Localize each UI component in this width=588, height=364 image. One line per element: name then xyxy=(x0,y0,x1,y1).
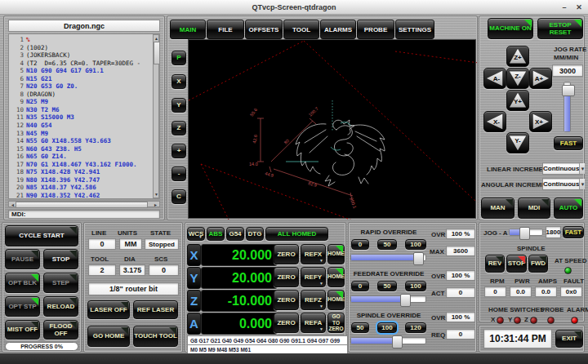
mist-button[interactable]: MIST OFF xyxy=(5,320,40,340)
manual-mode-button[interactable]: MAN xyxy=(481,198,514,219)
gcode-line[interactable]: 10N30 T2 M6 xyxy=(11,106,151,114)
jog-z-minus-button[interactable]: Z- xyxy=(506,68,529,89)
zoom-out-button[interactable]: - xyxy=(172,166,186,181)
jog-a-value[interactable]: 1800 xyxy=(546,226,561,238)
ref-a-button[interactable]: REFA▼ xyxy=(301,313,326,333)
jog-z-plus-button[interactable]: Z+ xyxy=(506,46,529,67)
jog-x-plus-button[interactable]: X+ xyxy=(529,111,552,132)
clear-view-button[interactable]: C xyxy=(172,189,186,204)
dtg-button[interactable]: DTG xyxy=(246,227,264,241)
axis-z-button[interactable]: Z xyxy=(187,290,201,312)
home-y-button[interactable]: HOME xyxy=(327,267,345,287)
ref-x-button[interactable]: REFX▼ xyxy=(301,244,326,264)
rapid-0-button[interactable]: 0 xyxy=(351,239,369,250)
spindle-rev-button[interactable]: REV xyxy=(485,255,505,273)
gcode-line[interactable]: 20N85 X148.37 Y42.586 xyxy=(11,184,151,192)
gcode-line[interactable]: 8(DRAGON) xyxy=(11,91,151,99)
tab-tool[interactable]: TOOL xyxy=(283,20,319,39)
scroll-down-icon[interactable]: ▼ xyxy=(154,192,158,197)
step-button[interactable]: STEP xyxy=(43,273,78,293)
zero-a-button[interactable]: ZERO xyxy=(274,313,299,333)
slider-handle[interactable] xyxy=(413,252,424,265)
ref-z-button[interactable]: REFZ▼ xyxy=(301,290,326,310)
reload-button[interactable]: RELOAD xyxy=(43,296,78,317)
rapid-override-slider[interactable] xyxy=(350,254,426,261)
vscroll-thumb[interactable] xyxy=(154,42,160,64)
zoom-in-button[interactable]: + xyxy=(172,144,186,158)
jog-a-plus-button[interactable]: A+ xyxy=(529,68,552,89)
gcode-list[interactable]: 1%2(1002)3(JOKERSBACK)4(T2 D=6.35 CR=0. … xyxy=(8,33,160,199)
estop-reset-button[interactable]: ESTOP RESET xyxy=(537,18,583,39)
abs-button[interactable]: ABS xyxy=(207,227,225,241)
home-x-button[interactable]: HOME xyxy=(327,244,345,264)
tab-main[interactable]: MAIN xyxy=(170,20,206,39)
gcode-line[interactable]: 9N25 M9 xyxy=(11,98,151,106)
gcode-vscrollbar[interactable]: ▲ ▼ xyxy=(153,34,159,198)
jog-fast-button[interactable]: FAST xyxy=(554,136,583,150)
mdi-mode-button[interactable]: MDI xyxy=(518,198,550,219)
feed-0-button[interactable]: 0 xyxy=(351,281,369,291)
gcode-line[interactable]: 18N75 X148.428 Y42.941 xyxy=(11,168,151,176)
tab-probe[interactable]: PROBE xyxy=(357,20,394,39)
tab-settings[interactable]: SETTINGS xyxy=(395,20,434,39)
gcode-hscrollbar[interactable]: ◄ ► xyxy=(8,201,160,207)
touch-tool-button[interactable]: TOUCH TOOL xyxy=(133,326,178,347)
gcode-line[interactable]: 2(1002) xyxy=(11,44,151,52)
jog-rate-slider[interactable] xyxy=(564,82,571,132)
view-p-button[interactable]: P xyxy=(172,51,186,65)
hscroll-thumb[interactable] xyxy=(16,202,148,208)
gcode-line[interactable]: 1% xyxy=(11,36,151,44)
tab-alarms[interactable]: ALARMS xyxy=(320,20,356,39)
gcode-line[interactable]: 11N35 S15000 M3 xyxy=(11,113,151,122)
gcode-line[interactable]: 21N90 X148.352 Y42.462 xyxy=(11,192,151,199)
gcode-line[interactable]: 16N65 G0 Z14. xyxy=(11,153,151,161)
linear-increment-select[interactable]: Continuous ▼ xyxy=(542,162,583,175)
cycle-start-button[interactable]: CYCLE START xyxy=(5,225,78,246)
spindle-stop-button[interactable]: STOP xyxy=(506,255,527,273)
jog-rate-input[interactable]: 3000 xyxy=(552,64,583,77)
gcode-line[interactable]: 3(JOKERSBACK) xyxy=(11,51,151,60)
slider-handle[interactable] xyxy=(392,335,403,348)
gcode-line[interactable]: 4(T2 D=6.35 CR=0. TAPER=30DEG - xyxy=(11,60,151,68)
optional-stop-button[interactable]: OPT STP xyxy=(5,296,40,317)
zero-z-button[interactable]: ZERO xyxy=(274,290,299,310)
optional-block-button[interactable]: OPT BLK xyxy=(5,273,40,293)
gcode-line[interactable]: 12N40 G54 xyxy=(11,122,151,130)
ref-y-button[interactable]: REFY▼ xyxy=(301,267,326,287)
go-home-button[interactable]: GO HOME xyxy=(87,326,130,347)
stop-button[interactable]: STOP xyxy=(43,249,78,269)
exit-button[interactable]: EXIT xyxy=(555,330,583,348)
feed-50-button[interactable]: 50 xyxy=(377,281,397,291)
mdi-input[interactable]: MDI: xyxy=(8,210,160,219)
close-button[interactable]: ✕ xyxy=(573,2,585,12)
minimize-button[interactable]: – xyxy=(559,2,570,12)
scroll-up-icon[interactable]: ▲ xyxy=(154,36,158,41)
spindle-override-slider[interactable] xyxy=(350,337,426,344)
go-to-zero-button[interactable]: GO TO ZERO xyxy=(327,313,345,333)
zero-y-button[interactable]: ZERO xyxy=(274,267,299,287)
slider-handle[interactable] xyxy=(400,294,411,307)
angular-increment-select[interactable]: Continuous ▼ xyxy=(542,178,583,190)
axis-a-button[interactable]: A xyxy=(187,313,201,335)
machine-on-button[interactable]: MACHINE ON xyxy=(488,18,533,39)
gremlin-preview[interactable]: 55.6 42.6 14.0 100.7 80 44.9 82.9 200.1 xyxy=(188,39,476,219)
axis-y-button[interactable]: Y xyxy=(187,267,201,289)
jog-a-slider[interactable] xyxy=(509,229,543,236)
gcode-line[interactable]: 19N80 X148.396 Y42.747 xyxy=(11,176,151,184)
pause-button[interactable]: PAUSE xyxy=(5,249,40,269)
view-y-button[interactable]: Y xyxy=(172,98,186,113)
spindle-50-button[interactable]: 50 xyxy=(351,322,369,333)
axis-x-button[interactable]: X xyxy=(187,244,201,266)
ref-laser-button[interactable]: REF LASER xyxy=(133,300,178,319)
feedrate-override-slider[interactable] xyxy=(350,295,426,303)
gcode-line[interactable]: 17N70 G1 X148.467 Y43.162 F1000. xyxy=(11,161,151,169)
scroll-right-icon[interactable]: ► xyxy=(154,202,158,207)
view-x-button[interactable]: X xyxy=(172,74,186,89)
jog-a-minus-button[interactable]: A- xyxy=(483,68,506,89)
gcode-line[interactable]: 15N60 G43 Z38. H5 xyxy=(11,145,151,153)
spindle-100-button[interactable]: 100 xyxy=(377,322,397,333)
home-z-button[interactable]: HOME xyxy=(327,290,345,310)
rapid-50-button[interactable]: 50 xyxy=(377,239,397,250)
slider-handle[interactable] xyxy=(519,227,530,240)
spindle-fwd-button[interactable]: FWD xyxy=(528,255,548,273)
